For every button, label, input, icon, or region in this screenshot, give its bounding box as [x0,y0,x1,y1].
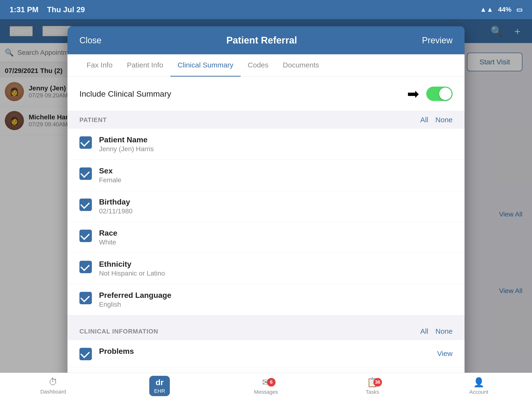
patient-all-button[interactable]: All [420,116,428,124]
list-item: Medications View [67,367,465,370]
tab-bar-messages-label: Messages [254,389,278,395]
field-value: Not Hispanic or Latino [99,270,453,277]
tab-codes[interactable]: Codes [241,54,276,76]
battery-display: 44% [498,6,511,13]
tab-bar-account-label: Account [469,389,488,395]
arrow-icon: ➡ [407,85,419,102]
field-value: Jenny (Jen) Harris [99,145,453,153]
tab-clinical-summary[interactable]: Clinical Summary [170,54,241,76]
include-toggle[interactable] [426,87,453,101]
tasks-badge: 36 [374,378,382,386]
tab-bar-dashboard-label: Dashboard [40,389,66,395]
dashboard-icon: ⏱ [49,377,58,387]
time-display: 1:31 PM [10,5,38,14]
field-value: Female [99,176,453,184]
modal-title: Patient Referral [226,35,297,46]
tab-bar-tasks[interactable]: 36 📋 Tasks [319,377,425,395]
preferred-language-checkbox[interactable] [79,292,92,304]
field-value: White [99,239,453,246]
status-bar: 1:31 PM Thu Jul 29 ▲▲ 44% ▭ [0,0,532,19]
status-time: 1:31 PM Thu Jul 29 [10,5,85,14]
tab-bar: ⏱ Dashboard dr EHR 6 ✉ Messages 36 📋 Tas… [0,373,532,399]
clinical-none-button[interactable]: None [435,327,453,335]
sex-checkbox[interactable] [79,167,92,180]
problems-checkbox[interactable] [79,348,92,360]
include-clinical-summary-row: Include Clinical Summary ➡ [67,77,465,111]
birthday-checkbox[interactable] [79,199,92,211]
list-item: Race White [67,222,465,253]
list-item: Ethnicity Not Hispanic or Latino [67,253,465,284]
tab-patient-info[interactable]: Patient Info [120,54,170,76]
tab-bar-messages[interactable]: 6 ✉ Messages [213,377,319,395]
modal-tabs: Fax Info Patient Info Clinical Summary C… [67,54,465,77]
modal-body: Include Clinical Summary ➡ PATIENT All N… [67,77,465,370]
clinical-all-button[interactable]: All [420,327,428,335]
clinical-section-title: CLINICAL INFORMATION [79,328,158,335]
field-label: Problems [99,347,430,356]
field-label: Patient Name [99,135,453,144]
problems-view-button[interactable]: View [437,349,453,358]
battery-icon: ▭ [516,6,522,14]
tab-bar-ehr[interactable]: dr EHR [107,376,213,396]
preview-button[interactable]: Preview [422,35,453,45]
wifi-icon: ▲▲ [480,6,493,13]
status-indicators: ▲▲ 44% ▭ [480,6,522,14]
field-label: Sex [99,166,453,175]
field-value: 02/11/1980 [99,207,453,215]
patient-none-button[interactable]: None [435,116,453,124]
ehr-icon: dr [155,378,164,387]
field-label: Birthday [99,198,453,206]
tab-bar-dashboard[interactable]: ⏱ Dashboard [0,377,107,395]
account-icon: 👤 [473,377,484,387]
field-label: Race [99,229,453,238]
patient-name-checkbox[interactable] [79,136,92,149]
tab-fax-info[interactable]: Fax Info [79,54,120,76]
modal-overlay: Close Patient Referral Preview Fax Info … [0,19,532,399]
toggle-knob [439,88,452,100]
tab-documents[interactable]: Documents [276,54,326,76]
ethnicity-checkbox[interactable] [79,261,92,273]
close-button[interactable]: Close [79,35,101,45]
messages-badge: 6 [267,378,276,386]
field-label: Preferred Language [99,291,453,300]
field-label: Ethnicity [99,260,453,269]
include-label: Include Clinical Summary [79,89,171,99]
list-item: Sex Female [67,160,465,191]
modal-header: Close Patient Referral Preview [67,26,465,54]
patient-referral-modal: Close Patient Referral Preview Fax Info … [67,26,465,395]
field-value: English [99,301,453,308]
patient-section-title: PATIENT [79,116,107,124]
list-item: Birthday 02/11/1980 [67,191,465,222]
list-item: Problems View [67,340,465,367]
patient-section-header: PATIENT All None [67,111,465,129]
tab-bar-tasks-label: Tasks [366,389,379,395]
clinical-section-header: CLINICAL INFORMATION All None [67,323,465,340]
race-checkbox[interactable] [79,230,92,242]
list-item: Patient Name Jenny (Jen) Harris [67,129,465,160]
date-display: Thu Jul 29 [47,5,85,14]
tab-bar-ehr-label: EHR [154,388,165,394]
tab-bar-account[interactable]: 👤 Account [425,377,532,395]
section-spacer [67,315,465,323]
list-item: Preferred Language English [67,284,465,315]
